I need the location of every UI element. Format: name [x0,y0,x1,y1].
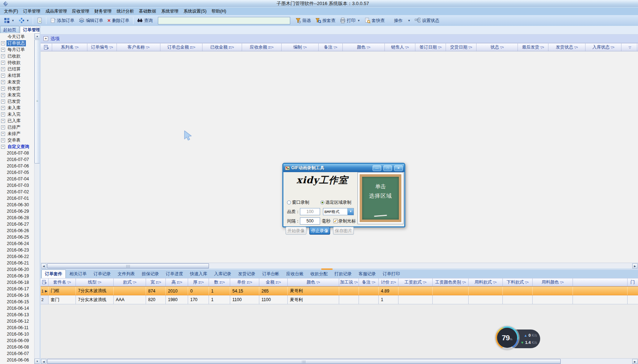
detail-tab[interactable]: 担保记录 [138,270,162,278]
table-cell[interactable] [573,287,628,295]
table-cell[interactable] [533,287,573,295]
column-header[interactable]: 工资颜色类别 ▽+ [433,278,469,286]
filter-pin-icons[interactable]: ▽+ [540,46,544,49]
delete-order-button[interactable]: × 删除订单 [105,17,132,25]
tree-date-item[interactable]: 2016-07-06 [0,163,34,169]
column-header[interactable]: 状态 ▽+ [477,43,518,51]
query-button[interactable]: 查询 [135,17,155,25]
grid-corner-cell[interactable] [41,278,49,286]
column-header[interactable]: 线型 ▽+ [76,278,114,286]
table-cell[interactable] [359,287,379,295]
action-button[interactable]: 操作 ▼ [392,17,413,25]
filter-pin-icons[interactable]: ▽+ [500,46,503,49]
detail-tab[interactable]: 应收台账 [283,270,307,278]
filter-pin-icons[interactable]: ▽+ [366,46,370,49]
column-header[interactable]: 订单总金额 Σ▽+ [160,43,202,51]
expand-plus-icon[interactable]: + [1,67,5,71]
dropdown-arrow-icon[interactable]: ▼ [347,208,354,215]
tree-item[interactable]: + 未结算 [0,72,34,79]
tree-item[interactable]: + 交单表 [0,137,34,143]
tree-date-item[interactable]: 2016-06-17 [0,286,34,292]
expand-plus-icon[interactable]: + [1,48,5,52]
maximize-button[interactable]: □ [383,165,392,171]
expand-plus-icon[interactable]: + [1,138,5,142]
detail-tab[interactable]: 发货记录 [235,270,259,278]
detail-tab[interactable]: 相关订单 [66,270,90,278]
refresh-page-button[interactable] [35,17,45,24]
filter-pin-icons[interactable]: Σ▽+ [391,281,396,284]
grid-hscrollbar[interactable]: ◀ ▶ [41,263,638,268]
tree-item-label[interactable]: 交单表 [6,137,22,143]
tree-item-label[interactable]: 已入库 [6,118,22,124]
interval-input[interactable]: 500 [300,217,320,225]
detail-hscrollbar[interactable]: ◀ ▶ [41,358,638,364]
tree-date-item[interactable]: 2016-06-25 [0,234,34,240]
column-header[interactable]: 金额 Σ▽+ [259,278,288,286]
table-cell[interactable] [398,295,433,304]
options-label[interactable]: 选项 [50,36,60,42]
detail-tab[interactable]: 订单打印 [379,270,403,278]
detail-tab[interactable]: 订单记录 [90,270,114,278]
window-menu-button[interactable]: ▼ [2,17,17,24]
column-header[interactable]: 应收余额 Σ▽+ [242,43,282,51]
tree-date-item[interactable]: 2016-07-08 [0,150,34,156]
tree-date-item[interactable]: 2016-07-01 [0,195,34,202]
column-header[interactable]: 颜色 ▽+ [288,278,339,286]
detail-tab[interactable]: 客服记录 [355,270,379,278]
filter-pin-icons[interactable]: ▽+ [316,281,320,284]
tree-item[interactable]: + 已结算 [0,66,34,72]
tree-item-label[interactable]: 待收款 [6,60,22,66]
filter-pin-icons[interactable]: ▽+ [560,281,564,284]
expand-plus-icon[interactable]: + [1,54,5,58]
table-cell[interactable] [628,287,638,295]
tree-date-item[interactable]: 2016-06-21 [0,260,34,266]
expand-plus-icon[interactable]: + [1,41,5,45]
filter-pin-icons[interactable]: ▽ [629,46,631,49]
detail-tab[interactable]: 入库记录 [211,270,234,278]
tree-date-item[interactable]: 2016-07-02 [0,189,34,195]
table-cell[interactable] [503,295,533,304]
table-cell[interactable] [628,295,638,304]
filter-pin-icons[interactable]: Σ▽+ [219,281,225,284]
filter-pin-icons[interactable]: ▽+ [75,46,78,49]
tree-date-item[interactable]: 2016-07-03 [0,182,34,189]
tree-item-label[interactable]: 未结算 [6,73,22,79]
scrollbar-thumb[interactable] [47,263,209,268]
menu-item[interactable]: 财务管理 [92,8,114,15]
filter-pin-icons[interactable]: ▽+ [109,46,113,49]
filter-pin-icons[interactable]: ▽+ [354,281,357,284]
column-header[interactable]: 高 Σ▽+ [166,278,188,286]
column-header[interactable]: 款式 ▽+ [114,278,146,286]
tree-item-label[interactable]: 已结算 [6,66,22,72]
quick-query-button[interactable]: 套快查 [363,17,387,25]
tree-item-label[interactable]: 每月订单 [6,47,26,53]
minimize-button[interactable]: — [373,165,381,171]
filter-pin-icons[interactable]: Σ▽+ [229,46,234,49]
expand-plus-icon[interactable]: + [1,100,5,103]
region-preview-panel[interactable]: 单击 选择区域 [357,172,404,224]
expand-plus-icon[interactable]: + [1,132,5,136]
scroll-left-arrow[interactable]: ◀ [41,263,46,268]
column-header[interactable]: 发货状态 ▽+ [548,43,585,51]
tree-item-label[interactable]: 未入库 [6,105,22,111]
table-cell[interactable]: 170 [188,295,209,304]
filter-pin-icons[interactable]: Σ▽+ [190,46,195,49]
detail-tab[interactable]: 订单套件 [41,269,66,278]
row-number-cell[interactable]: 2 [41,295,49,304]
filter-pin-icons[interactable]: Σ▽+ [275,281,281,284]
add-order-button[interactable]: 添加订单 [48,17,77,25]
scroll-up-arrow[interactable]: ▲ [35,33,40,39]
tree-item-label[interactable]: 未排产 [6,131,22,137]
table-cell[interactable]: 1 [209,287,230,295]
menu-item[interactable]: 系统管理 [159,8,181,15]
tree-date-item[interactable]: 2016-06-23 [0,247,34,253]
menu-item[interactable]: 基础数据 [136,8,159,15]
tree-date-item[interactable]: 2016-06-10 [0,331,34,337]
table-cell[interactable] [339,295,359,304]
filter-pin-icons[interactable]: Σ▽+ [177,281,182,284]
table-row-selected[interactable]: 1 ▶ 门框7分实木波浪线87420100154.15265麦哥利4.89 [41,286,638,295]
table-cell[interactable]: 套门 [49,295,76,304]
record-cursor-checkbox[interactable]: ✔ [333,219,338,223]
detail-tab[interactable]: 快速入库 [187,270,210,278]
tree-date-item[interactable]: 2016-06-16 [0,292,34,299]
